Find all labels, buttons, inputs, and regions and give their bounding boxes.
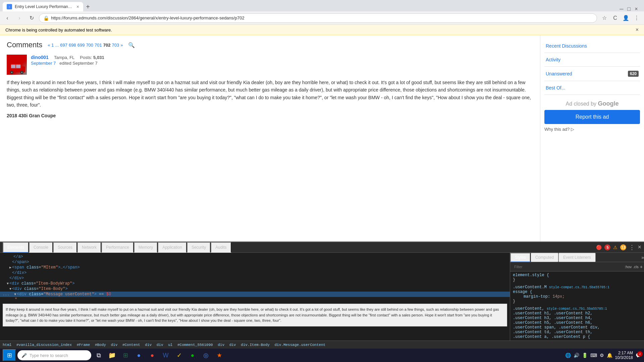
devtools-tab-memory[interactable]: Memory xyxy=(134,242,158,253)
pagination-703[interactable]: 703 xyxy=(112,43,119,48)
html-line-7[interactable]: ▼<div class="Item-Body"> xyxy=(0,286,510,292)
sidebar-activity[interactable]: Activity xyxy=(544,53,640,67)
taskbar-task-view[interactable]: ⧉ xyxy=(93,349,105,361)
pagination-700[interactable]: 700 xyxy=(86,43,93,48)
close-window-button[interactable]: × xyxy=(634,7,639,11)
url-bar[interactable]: 🔒 https://forums.edmunds.com/discussion/… xyxy=(39,13,597,23)
css-rule-userContent: .userContent.M style-compat.cs…7b1.5ba55… xyxy=(513,285,641,304)
html-line-4[interactable]: </div> xyxy=(0,270,510,276)
pagination-first[interactable]: « 1 xyxy=(48,43,54,48)
devtools-tab-network[interactable]: Network xyxy=(77,242,101,253)
styles-tab-computed[interactable]: Computed xyxy=(531,253,558,262)
sidebar-best-of[interactable]: Best Of... xyxy=(544,81,640,95)
devtools-close-button[interactable]: × xyxy=(638,244,641,251)
breadcrumb-div2[interactable]: div xyxy=(145,343,152,347)
tab-favicon: i xyxy=(7,4,12,9)
class-button[interactable]: .cls xyxy=(633,265,639,269)
devtools-tab-audits[interactable]: Audits xyxy=(211,242,231,253)
breadcrumb-ul[interactable]: ul xyxy=(168,343,172,347)
pagination-697[interactable]: 697 xyxy=(60,43,67,48)
active-tab[interactable]: i Entry Level Luxury Performance S × xyxy=(3,2,83,11)
settings-icon: ⚙ xyxy=(600,353,604,358)
breadcrumb-item-body[interactable]: div.Item-Body xyxy=(241,343,270,347)
report-ad-button[interactable]: Report this ad xyxy=(544,110,640,124)
breadcrumb-message[interactable]: div.Message.userContent xyxy=(275,343,326,347)
taskbar-app3[interactable]: ★ xyxy=(213,349,225,361)
taskbar-excel[interactable]: ⊞ xyxy=(119,349,131,361)
devtools-tab-elements[interactable]: Elements xyxy=(3,242,29,253)
pagination-699[interactable]: 699 xyxy=(77,43,85,48)
poster-name[interactable]: dino001 xyxy=(31,55,49,60)
devtools-tab-console[interactable]: Console xyxy=(29,242,53,253)
forward-button[interactable]: › xyxy=(15,13,24,23)
taskbar-word[interactable]: W xyxy=(160,349,172,361)
devtools-body: </a> </span> ▶<span class="MItem">…</spa… xyxy=(0,253,644,341)
search-button[interactable]: 🔍 xyxy=(128,42,135,48)
html-line-1[interactable]: </a> xyxy=(0,254,510,259)
sidebar-unanswered[interactable]: Unanswered xyxy=(546,71,572,76)
refresh-button[interactable]: ↻ xyxy=(27,13,36,23)
pagination-698[interactable]: 698 xyxy=(69,43,76,48)
pagination-last-arrow[interactable]: » xyxy=(120,43,123,48)
html-line-9[interactable]: " xyxy=(0,297,510,302)
html-line-6[interactable]: ▼<div class="Item-BodyWrap"> xyxy=(0,281,510,286)
back-button[interactable]: ‹ xyxy=(3,13,12,23)
taskbar-search[interactable]: 🎤 Type here to search xyxy=(17,350,91,360)
styles-filter-input[interactable] xyxy=(512,263,624,271)
battery-icon: 🔋 xyxy=(582,353,588,358)
html-line-2[interactable]: </span> xyxy=(0,259,510,265)
add-style-button[interactable]: + xyxy=(640,264,643,269)
menu-button[interactable]: ⋮ xyxy=(632,13,641,23)
taskbar-explorer[interactable]: 📁 xyxy=(106,349,118,361)
pseudo-states-button[interactable]: :hov xyxy=(625,265,632,269)
taskbar-app1[interactable]: ✓ xyxy=(173,349,185,361)
breadcrumb-div4[interactable]: div xyxy=(218,343,224,347)
pagination-ellipsis: ... xyxy=(55,43,59,48)
html-line-3[interactable]: ▶<span class="MItem">…</span> xyxy=(0,265,510,270)
svg-rect-6 xyxy=(11,65,15,68)
html-line-8-selected[interactable]: ... ▼<div class="Message userContent"> =… xyxy=(0,292,510,297)
post-dates: September 7 edited September 7 xyxy=(31,61,104,66)
html-line-5[interactable]: </div> xyxy=(0,276,510,281)
styles-tab-event-listeners[interactable]: Event Listeners xyxy=(558,253,596,262)
devtools-tab-sources[interactable]: Sources xyxy=(53,242,77,253)
styles-tab-styles[interactable]: Styles xyxy=(510,253,531,262)
taskbar: ⊞ 🎤 Type here to search ⧉ 📁 ⊞ ● ● W ✓ ● … xyxy=(0,349,644,362)
maximize-button[interactable]: □ xyxy=(627,7,631,11)
breadcrumb-frame[interactable]: #Frame xyxy=(77,343,90,347)
breadcrumb-content[interactable]: #Content xyxy=(122,343,140,347)
breadcrumb-html[interactable]: html xyxy=(3,343,11,347)
svg-rect-7 xyxy=(16,65,20,68)
breadcrumb-div3[interactable]: div xyxy=(157,343,163,347)
devtools-tab-security[interactable]: Security xyxy=(187,242,211,253)
breadcrumb-comment[interactable]: #Comment_5561090 xyxy=(177,343,213,347)
avatar xyxy=(7,55,27,75)
post-date-link[interactable]: September 7 xyxy=(31,61,56,66)
taskbar-chrome[interactable]: ● xyxy=(133,349,145,361)
styles-more-button[interactable]: » xyxy=(641,253,644,262)
sidebar-recent-discussions[interactable]: Recent Discussions xyxy=(544,39,640,53)
minimize-button[interactable]: ─ xyxy=(619,7,624,11)
start-button[interactable]: ⊞ xyxy=(3,349,16,361)
profile-button[interactable]: 👤 xyxy=(621,13,631,23)
breadcrumb-div5[interactable]: div xyxy=(229,343,236,347)
taskbar-chrome3[interactable]: ◎ xyxy=(200,349,212,361)
devtools-tab-application[interactable]: Application xyxy=(158,242,187,253)
extensions-button[interactable]: C xyxy=(610,13,620,23)
post-meta: dino001 Tampa, FL Posts: 5,031 September… xyxy=(31,55,104,66)
taskbar-chrome2[interactable]: ● xyxy=(146,349,158,361)
pagination-701[interactable]: 701 xyxy=(95,43,102,48)
automation-notice-close[interactable]: × xyxy=(636,27,639,33)
bookmark-button[interactable]: ☆ xyxy=(600,13,609,23)
taskbar-app2[interactable]: ● xyxy=(186,349,199,361)
breadcrumb-body[interactable]: #Body xyxy=(95,343,106,347)
search-microphone-icon: 🎤 xyxy=(21,353,27,358)
devtools-more-button[interactable]: ⋮ xyxy=(629,244,635,251)
breadcrumb-vanilla[interactable]: #vanilla_discussion_index xyxy=(16,343,72,347)
devtools-tab-performance[interactable]: Performance xyxy=(101,242,134,253)
tab-close-button[interactable]: × xyxy=(76,4,79,9)
breadcrumb-div1[interactable]: div xyxy=(111,343,118,347)
css-rule-element-style: element.style { } xyxy=(513,273,641,282)
devtools-breadcrumb: html #vanilla_discussion_index #Frame #B… xyxy=(0,341,644,349)
new-tab-button[interactable]: + xyxy=(83,2,93,11)
